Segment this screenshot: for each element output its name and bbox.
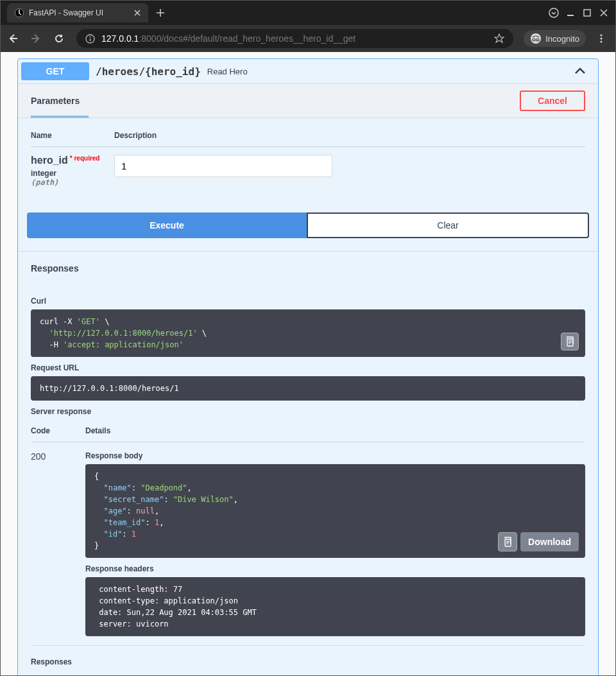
menu-icon[interactable] (596, 33, 609, 44)
response-table-header: Code Details (31, 420, 585, 442)
execute-button[interactable]: Execute (27, 212, 307, 238)
response-row: 200 Response body { "name": "Deadpond", … (31, 442, 585, 646)
response-body-label: Response body (85, 451, 585, 460)
request-url-label: Request URL (31, 363, 585, 372)
tab-indicator (31, 116, 89, 118)
param-row: hero_id* required integer (path) (31, 155, 585, 187)
param-name: hero_id (31, 155, 68, 166)
param-header-row: Name Description (31, 131, 585, 147)
close-window-icon[interactable] (600, 9, 608, 17)
param-location: (path) (31, 178, 114, 187)
close-tab-icon[interactable] (134, 10, 141, 16)
incognito-badge[interactable]: Incognito (524, 30, 586, 47)
schema-table-header: Code Description Links (31, 670, 585, 675)
cancel-button[interactable]: Cancel (520, 91, 585, 111)
required-marker: * required (70, 155, 100, 162)
chevron-up-icon[interactable] (574, 67, 586, 75)
nav-bar: 127.0.0.1:8000/docs#/default/read_hero_h… (1, 25, 615, 52)
svg-point-8 (601, 35, 603, 37)
status-code: 200 (31, 451, 85, 636)
copy-response-button[interactable] (498, 532, 517, 551)
param-name-cell: hero_id* required integer (path) (31, 155, 114, 187)
copy-curl-button[interactable] (561, 333, 579, 351)
maximize-icon[interactable] (583, 9, 591, 17)
browser-window: FastAPI - Swagger UI (0, 0, 616, 676)
new-tab-button[interactable] (148, 3, 173, 22)
response-details: Response body { "name": "Deadpond", "sec… (85, 451, 585, 636)
svg-point-9 (601, 38, 603, 40)
forward-button[interactable] (30, 33, 43, 44)
favicon (15, 8, 24, 17)
responses-schema-title: Responses (31, 657, 585, 666)
endpoint-summary[interactable]: GET /heroes/{hero_id} Read Hero (18, 59, 598, 83)
parameters-title: Parameters (31, 96, 80, 106)
parameters-table: Name Description hero_id* required integ… (18, 118, 598, 200)
curl-label: Curl (31, 297, 585, 306)
svg-point-4 (90, 36, 91, 37)
svg-point-5 (531, 33, 541, 44)
minimize-icon[interactable] (567, 9, 574, 17)
method-badge: GET (21, 62, 89, 80)
clear-button[interactable]: Clear (307, 212, 589, 238)
hero-id-input[interactable] (114, 155, 332, 177)
site-info-icon[interactable] (85, 34, 95, 44)
svg-rect-2 (584, 10, 590, 16)
request-url-block: http://127.0.0.1:8000/heroes/1 (31, 376, 585, 401)
endpoint-summary-text: Read Hero (207, 67, 248, 76)
download-button[interactable]: Download (520, 532, 579, 551)
param-input-cell (114, 155, 332, 177)
back-button[interactable] (7, 33, 20, 44)
response-headers-label: Response headers (85, 564, 585, 573)
reload-button[interactable] (53, 33, 66, 44)
name-header: Name (31, 131, 114, 140)
server-response-label: Server response (31, 407, 585, 416)
url-bar[interactable]: 127.0.0.1:8000/docs#/default/read_hero_h… (76, 29, 513, 48)
response-body-block: { "name": "Deadpond", "secret_name": "Di… (85, 464, 585, 558)
parameters-header: Parameters Cancel (18, 83, 598, 118)
endpoint-block: GET /heroes/{hero_id} Read Hero Paramete… (17, 58, 599, 675)
star-icon[interactable] (494, 33, 504, 44)
responses-title: Responses (18, 251, 598, 285)
endpoint-path: /heroes/{hero_id} (96, 65, 201, 78)
param-type: integer (31, 169, 114, 178)
url-text: 127.0.0.1:8000/docs#/default/read_hero_h… (101, 33, 488, 44)
browser-tab[interactable]: FastAPI - Swagger UI (7, 3, 148, 22)
tab-options-icon[interactable] (549, 8, 559, 18)
curl-block: curl -X 'GET' \ 'http://127.0.0.1:8000/h… (31, 309, 585, 357)
responses-body: Curl curl -X 'GET' \ 'http://127.0.0.1:8… (18, 285, 598, 675)
execute-row: Execute Clear (27, 212, 589, 238)
svg-point-10 (601, 41, 603, 43)
desc-header: Description (114, 131, 157, 140)
page-content[interactable]: GET /heroes/{hero_id} Read Hero Paramete… (1, 52, 615, 675)
tab-title: FastAPI - Swagger UI (29, 8, 103, 17)
response-headers-block: content-length: 77 content-type: applica… (85, 577, 585, 636)
tab-bar: FastAPI - Swagger UI (1, 1, 615, 25)
incognito-label: Incognito (545, 34, 579, 44)
code-header: Code (31, 426, 85, 435)
svg-point-1 (549, 8, 558, 17)
details-header: Details (85, 426, 585, 435)
